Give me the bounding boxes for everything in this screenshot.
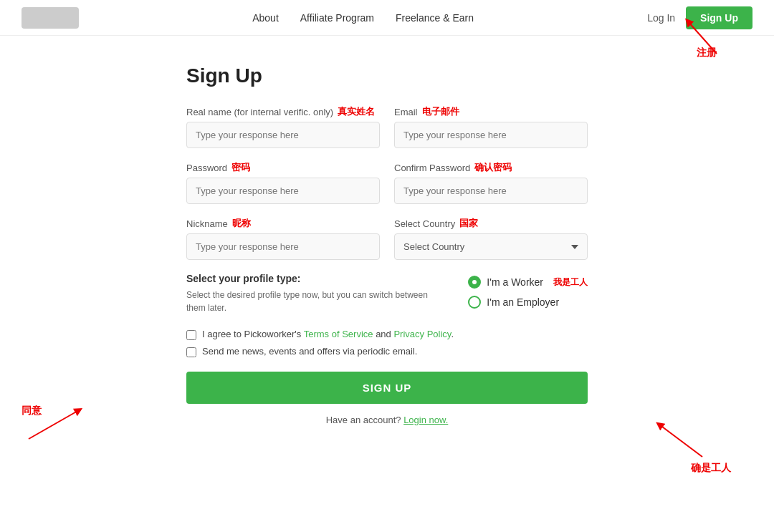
login-now-link[interactable]: Login now. <box>403 415 448 425</box>
real-name-annotation: 真实姓名 <box>338 105 375 118</box>
employer-option[interactable]: I'm an Employer <box>468 296 588 309</box>
arrow-agree <box>22 403 108 446</box>
employer-radio[interactable] <box>468 296 481 309</box>
nickname-annotation: 昵称 <box>232 217 251 230</box>
real-name-input[interactable] <box>186 122 380 148</box>
country-annotation: 国家 <box>459 217 478 230</box>
newsletter-checkbox[interactable] <box>186 347 196 357</box>
login-link[interactable]: Log In <box>647 12 675 24</box>
worker-radio[interactable] <box>468 276 481 289</box>
privacy-link[interactable]: Privacy Policy <box>393 329 451 339</box>
country-select[interactable]: Select Country United States China Unite… <box>394 233 588 260</box>
profile-type-title: Select your profile type: <box>186 273 446 284</box>
terms-link[interactable]: Terms of Service <box>304 329 373 339</box>
profile-type-sub: Select the desired profile type now, but… <box>186 289 446 314</box>
nickname-input[interactable] <box>186 233 380 260</box>
have-account-text: Have an account? <box>326 415 401 425</box>
nav-affiliate[interactable]: Affiliate Program <box>300 12 374 24</box>
worker-option[interactable]: I'm a Worker 我是工人 <box>468 276 588 289</box>
password-annotation: 密码 <box>231 161 250 174</box>
terms-checkbox[interactable] <box>186 330 196 340</box>
worker-label: I'm a Worker <box>487 276 543 288</box>
confirm-password-input[interactable] <box>394 178 588 204</box>
arrow-confirm-worker <box>645 417 717 460</box>
worker-annotation: 我是工人 <box>553 276 588 289</box>
terms-text: I agree to Pickoworker's Terms of Servic… <box>202 329 454 339</box>
nickname-label: Nickname <box>186 218 228 229</box>
email-label: Email <box>394 107 418 117</box>
signup-button-main[interactable]: SIGN UP <box>186 372 588 404</box>
logo <box>22 7 79 29</box>
confirm-password-annotation: 确认密码 <box>474 161 512 174</box>
password-input[interactable] <box>186 178 380 204</box>
signup-button-nav[interactable]: Sign Up <box>686 6 752 29</box>
page-title: Sign Up <box>186 64 588 87</box>
country-label: Select Country <box>394 218 455 229</box>
annot-agree: 同意 <box>22 405 42 417</box>
email-annotation: 电子邮件 <box>422 105 459 118</box>
annot-confirm-worker: 确是工人 <box>691 462 731 475</box>
employer-label: I'm an Employer <box>487 296 559 308</box>
confirm-password-label: Confirm Password <box>394 163 470 173</box>
nav-about[interactable]: About <box>252 12 279 24</box>
nav-freelance[interactable]: Freelance & Earn <box>396 12 474 24</box>
newsletter-text: Send me news, events and offers via peri… <box>202 346 417 357</box>
annot-signup: 注册 <box>697 47 717 59</box>
password-label: Password <box>186 163 227 173</box>
login-link-row: Have an account? Login now. <box>186 415 588 425</box>
real-name-label: Real name (for internal verific. only) <box>186 107 333 117</box>
email-input[interactable] <box>394 122 588 148</box>
